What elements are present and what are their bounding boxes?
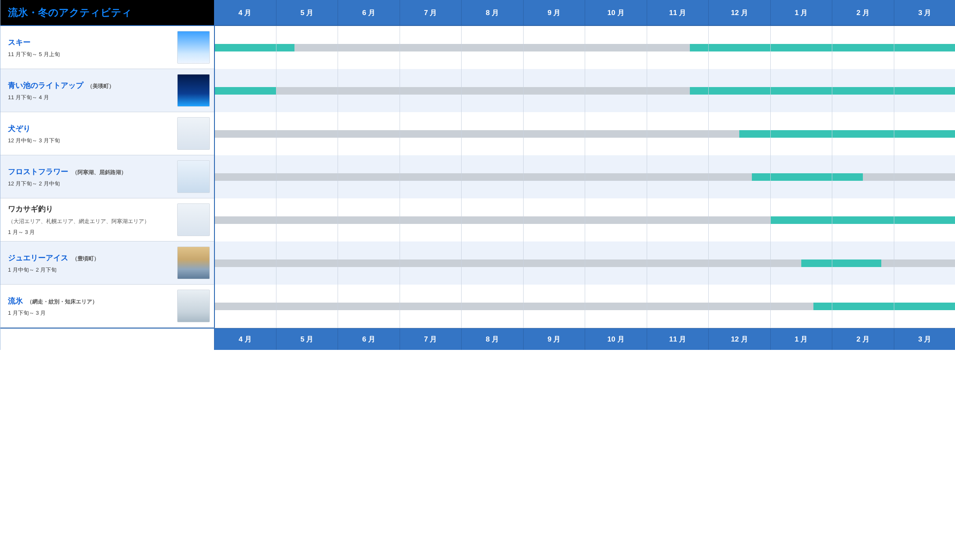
activity-thumbnail[interactable]: [177, 203, 210, 236]
activity-period: 11 月下旬～ 4 月: [8, 94, 172, 101]
activity-period: 1 月中旬～ 2 月下旬: [8, 266, 172, 274]
activity-link-drift-ice[interactable]: 流氷: [8, 297, 23, 305]
activity-location: （網走・紋別・知床エリア）: [27, 298, 98, 305]
month-header: 2 月: [832, 0, 894, 26]
activity-row-dog-sled: 犬ぞり 12 月中旬～ 3 月下旬: [0, 112, 214, 155]
activity-row-drift-ice: 流氷 （網走・紋別・知床エリア） 1 月下旬～ 3 月: [0, 285, 214, 328]
activity-row-frost-flower: フロストフラワー （阿寒湖、屈斜路湖） 12 月下旬～ 2 月中旬: [0, 155, 214, 198]
activity-link-dog-sled[interactable]: 犬ぞり: [8, 124, 31, 133]
month-header: 3 月: [894, 0, 955, 26]
month-header: 9 月: [523, 0, 585, 26]
activity-thumbnail[interactable]: [177, 160, 210, 193]
activity-link-ski[interactable]: スキー: [8, 38, 31, 46]
activity-row-jewelry-ice: ジュエリーアイス （豊頃町） 1 月中旬～ 2 月下旬: [0, 241, 214, 285]
section-title-text: 流氷・冬のアクティビティ: [8, 6, 132, 19]
activity-period: 12 月下旬～ 2 月中旬: [8, 180, 172, 188]
activity-link-blue-pond[interactable]: 青い池のライトアップ: [8, 81, 83, 90]
activity-location: （豊頃町）: [72, 255, 99, 262]
month-footer: 5 月: [276, 328, 338, 350]
month-footer: 10 月: [585, 328, 647, 350]
month-footer: 4 月: [214, 328, 276, 350]
activity-row-wakasagi: ワカサギ釣り （大沼エリア、札幌エリア、網走エリア、阿寒湖エリア） 1 月～ 3…: [0, 198, 214, 241]
activity-row-ski: スキー 11 月下旬～ 5 月上旬: [0, 26, 214, 69]
month-footer: 1 月: [770, 328, 832, 350]
activity-location: （美瑛町）: [87, 83, 114, 89]
activity-link-frost-flower[interactable]: フロストフラワー: [8, 167, 68, 176]
month-footer: 7 月: [400, 328, 462, 350]
month-header: 7 月: [400, 0, 462, 26]
month-header: 8 月: [461, 0, 523, 26]
month-header: 5 月: [276, 0, 338, 26]
activity-thumbnail[interactable]: [177, 31, 210, 64]
activity-period: 11 月下旬～ 5 月上旬: [8, 51, 172, 58]
activity-thumbnail[interactable]: [177, 74, 210, 107]
month-footer: 3 月: [894, 328, 955, 350]
month-footer: 12 月: [708, 328, 770, 350]
winter-activity-gantt: 流氷・冬のアクティビティ 4 月 5 月 6 月 7 月 8 月 9 月 10 …: [0, 0, 955, 350]
month-header: 10 月: [585, 0, 647, 26]
activity-thumbnail[interactable]: [177, 290, 210, 322]
month-footer: 2 月: [832, 328, 894, 350]
month-header: 4 月: [214, 0, 276, 26]
activity-link-jewelry-ice[interactable]: ジュエリーアイス: [8, 254, 68, 262]
month-footer: 9 月: [523, 328, 585, 350]
activity-location: （阿寒湖、屈斜路湖）: [72, 169, 126, 175]
month-footer: 6 月: [338, 328, 400, 350]
activity-title-wakasagi: ワカサギ釣り: [8, 205, 53, 213]
activity-period: 12 月中旬～ 3 月下旬: [8, 137, 172, 144]
month-header: 12 月: [708, 0, 770, 26]
activity-period: 1 月下旬～ 3 月: [8, 309, 172, 317]
footer-spacer: [0, 328, 214, 350]
activity-row-blue-pond: 青い池のライトアップ （美瑛町） 11 月下旬～ 4 月: [0, 69, 214, 112]
month-header: 1 月: [770, 0, 832, 26]
month-header: 6 月: [338, 0, 400, 26]
activity-thumbnail[interactable]: [177, 117, 210, 150]
activity-location: （大沼エリア、札幌エリア、網走エリア、阿寒湖エリア）: [8, 217, 172, 226]
section-title: 流氷・冬のアクティビティ: [0, 0, 214, 26]
month-footer: 11 月: [647, 328, 709, 350]
activity-period: 1 月～ 3 月: [8, 229, 172, 236]
month-footer: 8 月: [461, 328, 523, 350]
month-header: 11 月: [647, 0, 709, 26]
activity-thumbnail[interactable]: [177, 247, 210, 279]
